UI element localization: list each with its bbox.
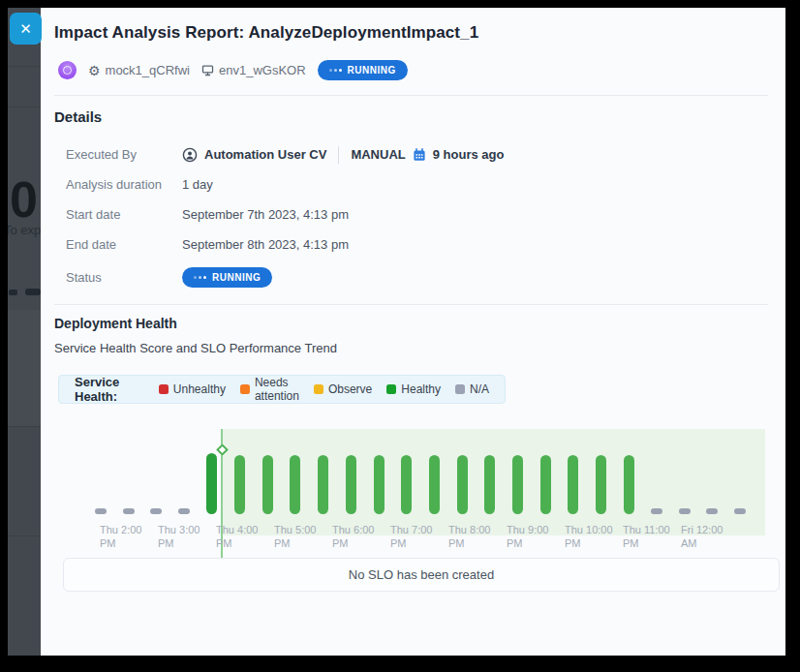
x-axis-label: Fri 12:00 AM: [681, 523, 723, 550]
details-table: Executed By Automation User CV MANUAL 9 …: [66, 139, 666, 294]
legend-item-label: Observe: [328, 382, 372, 396]
detail-value: Automation User CV MANUAL 9 hours ago: [182, 146, 504, 164]
x-axis-label: Thu 6:00 PM: [332, 523, 374, 550]
health-bar: [401, 455, 412, 514]
na-marker: [706, 508, 718, 514]
status-badge-label: RUNNING: [212, 272, 261, 283]
service-avatar-icon: [58, 61, 77, 79]
status-badge-label: RUNNING: [348, 65, 396, 76]
page-title: Impact Analysis Report: AnalyzeDeploymen…: [54, 23, 478, 43]
x-axis-label: Thu 3:00 PM: [158, 523, 200, 550]
slo-empty-message: No SLO has been created: [349, 567, 494, 582]
health-bar-deployment: [206, 453, 217, 514]
health-bar: [484, 455, 495, 514]
status-badge: RUNNING: [318, 60, 408, 80]
health-bar: [568, 455, 578, 514]
na-marker: [95, 508, 107, 514]
legend-item-label: Needs attention: [255, 376, 299, 403]
section-divider: [54, 95, 768, 96]
detail-label: End date: [66, 237, 182, 252]
health-bar: [596, 455, 606, 514]
background-shape: [9, 290, 17, 295]
legend-swatch-icon: [240, 384, 250, 394]
health-bar: [346, 455, 356, 514]
detail-label: Status: [66, 270, 182, 285]
gear-icon: ⚙: [88, 64, 101, 77]
x-axis-label: Thu 10:00 PM: [565, 523, 613, 550]
executed-time: 9 hours ago: [433, 147, 505, 162]
close-drawer-button[interactable]: ✕: [10, 13, 42, 45]
background-partial-text: To exp: [8, 223, 41, 237]
legend-item-label: Healthy: [401, 382, 441, 396]
detail-value: 1 day: [182, 177, 213, 192]
health-bar: [457, 455, 468, 514]
x-axis-label: Thu 9:00 PM: [507, 523, 548, 550]
detail-row-executed-by: Executed By Automation User CV MANUAL 9 …: [66, 139, 666, 169]
x-axis-label: Thu 5:00 PM: [274, 523, 316, 550]
na-marker: [178, 508, 190, 514]
details-heading: Details: [54, 108, 102, 125]
background-seam: [8, 66, 41, 67]
health-bar: [234, 455, 245, 514]
environment-chip: env1_wGsKOR: [201, 63, 306, 77]
running-spinner-icon: [194, 276, 206, 279]
detail-label: Analysis duration: [66, 177, 182, 192]
background-seam: [8, 426, 41, 427]
legend-items: UnhealthyNeeds attentionObserveHealthyN/…: [159, 376, 489, 403]
slo-empty-state: No SLO has been created: [63, 558, 780, 592]
na-marker: [150, 508, 162, 514]
health-bar: [290, 455, 300, 514]
legend-item-label: Unhealthy: [173, 382, 226, 396]
detail-row-analysis-duration: Analysis duration 1 day: [66, 169, 666, 199]
legend-item: Healthy: [386, 382, 441, 396]
legend-swatch-icon: [386, 384, 396, 394]
legend-item: Needs attention: [240, 376, 299, 403]
calendar-icon: [413, 148, 426, 162]
na-marker: [651, 508, 662, 514]
legend-swatch-icon: [314, 384, 323, 394]
user-icon: [182, 147, 198, 163]
health-bar: [262, 455, 273, 514]
background-partial-number: 0: [10, 170, 38, 229]
service-health-chart: Thu 2:00 PMThu 3:00 PMThu 4:00 PMThu 5:0…: [63, 418, 782, 566]
deployment-health-heading: Deployment Health: [54, 316, 177, 331]
detail-label: Executed By: [66, 147, 182, 162]
x-axis-label: Thu 4:00 PM: [216, 523, 258, 550]
health-bar: [512, 455, 523, 514]
status-badge: RUNNING: [182, 267, 272, 288]
health-bar: [374, 455, 385, 514]
na-marker: [679, 508, 691, 514]
report-meta-row: ⚙ mock1_qCRfwi env1_wGsKOR RUNNING: [58, 60, 408, 80]
legend-swatch-icon: [159, 384, 169, 394]
detail-value: September 7th 2023, 4:13 pm: [182, 207, 349, 222]
detail-row-start-date: Start date September 7th 2023, 4:13 pm: [66, 199, 666, 229]
background-seam: [8, 535, 41, 536]
legend-item: Unhealthy: [159, 382, 226, 396]
legend-item: N/A: [455, 382, 489, 396]
impact-analysis-drawer: Impact Analysis Report: AnalyzeDeploymen…: [41, 8, 785, 656]
health-bar: [540, 455, 551, 514]
x-axis-label: Thu 7:00 PM: [390, 523, 432, 550]
detail-value: RUNNING: [182, 267, 272, 288]
mock-service-chip: ⚙ mock1_qCRfwi: [88, 63, 190, 77]
deployment-health-subtitle: Service Health Score and SLO Performance…: [54, 341, 337, 355]
close-icon: ✕: [19, 20, 32, 38]
legend-item-label: N/A: [470, 382, 489, 396]
legend-item: Observe: [314, 382, 372, 396]
detail-row-end-date: End date September 8th 2023, 4:13 pm: [66, 229, 666, 260]
detail-label: Start date: [66, 207, 182, 222]
legend-title: Service Health:: [75, 375, 142, 404]
background-band: [8, 310, 41, 426]
environment-name: env1_wGsKOR: [219, 63, 306, 77]
x-axis-label: Thu 2:00 PM: [100, 523, 141, 550]
mock-service-name: mock1_qCRfwi: [106, 63, 190, 77]
service-health-legend: Service Health: UnhealthyNeeds attention…: [58, 375, 506, 404]
vertical-divider: [338, 146, 339, 164]
health-bar: [429, 455, 440, 514]
detail-value: September 8th 2023, 4:13 pm: [182, 237, 349, 252]
detail-row-status: Status RUNNING: [66, 260, 666, 294]
background-shape: [25, 289, 41, 295]
executed-by-user: Automation User CV: [204, 147, 326, 162]
environment-icon: [201, 64, 214, 76]
health-bar: [318, 455, 328, 514]
